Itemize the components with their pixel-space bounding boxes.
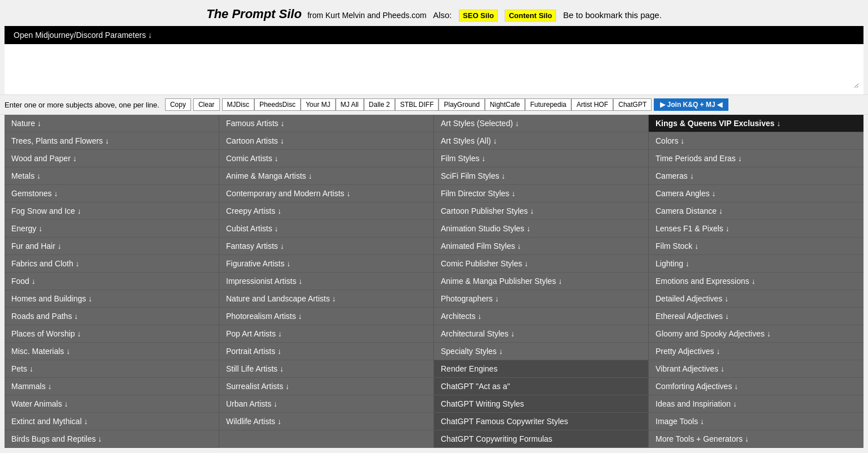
list-item[interactable]: Misc. Materials ↓ (5, 343, 219, 360)
list-item[interactable]: Nature and Landscape Artists ↓ (219, 290, 433, 308)
list-item[interactable]: Specialty Styles ↓ (434, 343, 648, 360)
list-item[interactable]: Urban Artists ↓ (219, 395, 433, 413)
from-text-content: from Kurt Melvin and Pheeds.com (307, 11, 427, 20)
content-silo-badge[interactable]: Content Silo (505, 10, 556, 21)
list-item[interactable]: Comic Artists ↓ (219, 150, 433, 167)
list-item[interactable]: Water Animals ↓ (5, 395, 219, 413)
join-kq-button[interactable]: ▶ Join K&Q + MJ ◀ (654, 98, 728, 111)
open-params-button[interactable]: Open Midjourney/Discord Parameters ↓ (14, 31, 152, 40)
list-item[interactable]: Anime & Manga Publisher Styles ↓ (434, 273, 648, 290)
list-item[interactable]: Roads and Paths ↓ (5, 308, 219, 325)
list-item[interactable]: Anime & Manga Artists ↓ (219, 167, 433, 185)
toolbar-btn-chatgpt[interactable]: ChatGPT (613, 98, 652, 111)
list-item[interactable]: Time Periods and Eras ↓ (649, 150, 863, 167)
list-item[interactable]: SciFi Film Styles ↓ (434, 167, 648, 185)
page-header: The Prompt Silo from Kurt Melvin and Phe… (0, 0, 868, 26)
list-item[interactable]: Animation Studio Styles ↓ (434, 220, 648, 238)
seo-silo-badge[interactable]: SEO Silo (459, 10, 498, 21)
col3: Art Styles (Selected) ↓Art Styles (All) … (434, 115, 649, 448)
list-item[interactable]: Ideas and Inspiriation ↓ (649, 395, 863, 413)
list-item[interactable]: Food ↓ (5, 273, 219, 290)
list-item[interactable]: Film Director Styles ↓ (434, 185, 648, 202)
list-item[interactable]: Comic Publisher Styles ↓ (434, 255, 648, 273)
list-item[interactable]: Cameras ↓ (649, 167, 863, 185)
toolbar-btn-dalle-2[interactable]: Dalle 2 (364, 98, 395, 111)
list-item[interactable]: Film Styles ↓ (434, 150, 648, 167)
list-item[interactable]: Trees, Plants and Flowers ↓ (5, 132, 219, 150)
list-item[interactable]: Image Tools ↓ (649, 413, 863, 430)
list-item[interactable]: Wildlife Artists ↓ (219, 413, 433, 430)
list-item[interactable]: Fur and Hair ↓ (5, 238, 219, 255)
list-item[interactable]: Contemporary and Modern Artists ↓ (219, 185, 433, 202)
list-item[interactable]: Gloomy and Spooky Adjectives ↓ (649, 325, 863, 343)
toolbar-btn-stbl-diff[interactable]: STBL DIFF (395, 98, 439, 111)
list-item[interactable]: Still Life Artists ↓ (219, 360, 433, 378)
list-item[interactable]: Birds Bugs and Reptiles ↓ (5, 430, 219, 448)
list-item[interactable]: Lighting ↓ (649, 255, 863, 273)
list-item[interactable]: Portrait Artists ↓ (219, 343, 433, 360)
list-item[interactable]: Nature ↓ (5, 115, 219, 132)
list-item[interactable]: Fabrics and Cloth ↓ (5, 255, 219, 273)
list-item[interactable]: Camera Distance ↓ (649, 202, 863, 220)
list-item[interactable]: Film Stock ↓ (649, 238, 863, 255)
list-item[interactable]: Pretty Adjectives ↓ (649, 343, 863, 360)
list-item[interactable]: Camera Angles ↓ (649, 185, 863, 202)
list-item[interactable]: Energy ↓ (5, 220, 219, 238)
list-item[interactable]: Metals ↓ (5, 167, 219, 185)
list-item[interactable]: Cartoon Artists ↓ (219, 132, 433, 150)
list-item[interactable]: ChatGPT Copywriting Formulas (434, 430, 648, 448)
list-item[interactable]: Surrealist Artists ↓ (219, 378, 433, 395)
list-item[interactable]: ChatGPT Famous Copywriter Styles (434, 413, 648, 430)
list-item[interactable]: Wood and Paper ↓ (5, 150, 219, 167)
list-item[interactable]: Pets ↓ (5, 360, 219, 378)
col2: Famous Artists ↓Cartoon Artists ↓Comic A… (219, 115, 434, 448)
list-item[interactable]: Art Styles (Selected) ↓ (434, 115, 648, 132)
toolbar-btn-pheedsdisc[interactable]: PheedsDisc (254, 98, 301, 111)
list-item[interactable]: Impressionist Artists ↓ (219, 273, 433, 290)
toolbar-btn-your-mj[interactable]: Your MJ (301, 98, 336, 111)
list-item[interactable]: Pop Art Artists ↓ (219, 325, 433, 343)
list-item[interactable]: Animated Film Styles ↓ (434, 238, 648, 255)
toolbar-btn-artist-hof[interactable]: Artist HOF (571, 98, 613, 111)
list-item[interactable]: More Tools + Generators ↓ (649, 430, 863, 448)
copy-button[interactable]: Copy (165, 98, 191, 111)
list-item[interactable]: Vibrant Adjectives ↓ (649, 360, 863, 378)
list-item[interactable]: Ethereal Adjectives ↓ (649, 308, 863, 325)
title-text: The Prompt Silo (206, 7, 302, 21)
col4: Kings & Queens VIP Exclusives ↓Colors ↓T… (649, 115, 863, 448)
list-item[interactable]: Detailed Adjectives ↓ (649, 290, 863, 308)
clear-button[interactable]: Clear (193, 98, 220, 111)
subject-input[interactable] (9, 49, 859, 88)
list-item[interactable]: Fantasy Artists ↓ (219, 238, 433, 255)
list-item[interactable]: Creepy Artists ↓ (219, 202, 433, 220)
list-item[interactable]: Art Styles (All) ↓ (434, 132, 648, 150)
list-item[interactable]: Colors ↓ (649, 132, 863, 150)
toolbar-btn-mj-all[interactable]: MJ All (336, 98, 364, 111)
list-item[interactable]: ChatGPT Writing Styles (434, 395, 648, 413)
list-item[interactable]: Mammals ↓ (5, 378, 219, 395)
toolbar-btn-mjdisc[interactable]: MJDisc (222, 98, 254, 111)
list-item[interactable]: Figurative Artists ↓ (219, 255, 433, 273)
list-item[interactable]: Cartoon Publisher Styles ↓ (434, 202, 648, 220)
list-item[interactable]: Homes and Buildings ↓ (5, 290, 219, 308)
list-item[interactable]: Gemstones ↓ (5, 185, 219, 202)
list-item[interactable]: Lenses F1 & Pixels ↓ (649, 220, 863, 238)
list-item[interactable]: Photographers ↓ (434, 290, 648, 308)
toolbar-btn-playground[interactable]: PlayGround (439, 98, 484, 111)
toolbar-btn-futurepedia[interactable]: Futurepedia (525, 98, 571, 111)
list-item[interactable]: Photorealism Artists ↓ (219, 308, 433, 325)
list-item[interactable]: Cubist Artists ↓ (219, 220, 433, 238)
list-item[interactable]: Comforting Adjectives ↓ (649, 378, 863, 395)
list-item[interactable]: Extinct and Mythical ↓ (5, 413, 219, 430)
list-item[interactable]: Emotions and Expressions ↓ (649, 273, 863, 290)
list-item[interactable]: Render Engines (434, 360, 648, 378)
list-item[interactable]: Fog Snow and Ice ↓ (5, 202, 219, 220)
toolbar-buttons: MJDiscPheedsDiscYour MJMJ AllDalle 2STBL… (222, 98, 652, 111)
list-item[interactable]: Architectural Styles ↓ (434, 325, 648, 343)
list-item[interactable]: ChatGPT "Act as a" (434, 378, 648, 395)
list-item[interactable]: Places of Worship ↓ (5, 325, 219, 343)
list-item[interactable]: Architects ↓ (434, 308, 648, 325)
toolbar-btn-nightcafe[interactable]: NightCafe (485, 98, 525, 111)
list-item[interactable]: Famous Artists ↓ (219, 115, 433, 132)
col4-header[interactable]: Kings & Queens VIP Exclusives ↓ (649, 115, 863, 132)
